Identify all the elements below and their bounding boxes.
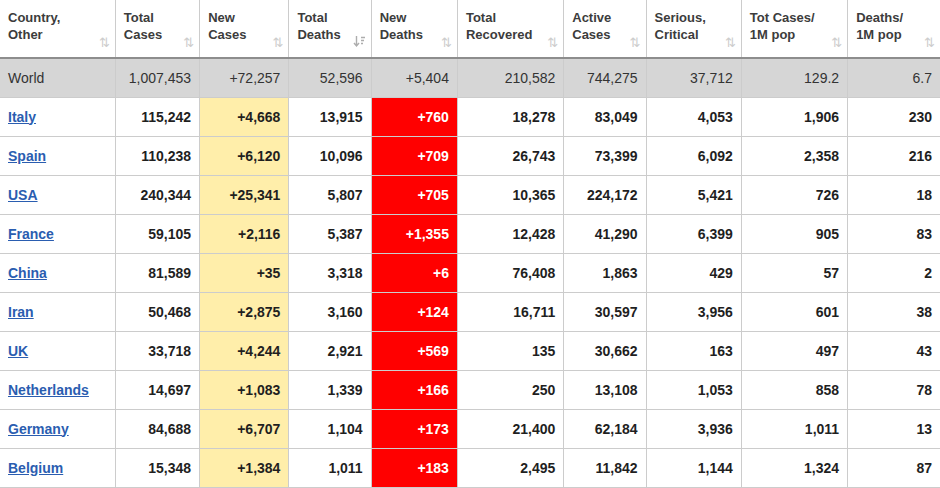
cell-new-deaths: +705 [371, 175, 457, 214]
cell-new-cases: +2,116 [200, 214, 289, 253]
cell-country: Netherlands [0, 370, 115, 409]
cell-serious-critical: 6,092 [646, 136, 741, 175]
cell-country: UK [0, 331, 115, 370]
table-body: World1,007,453+72,25752,596+5,404210,582… [0, 58, 940, 487]
header-label: New [208, 9, 282, 26]
cell-deaths-per-1m: 87 [848, 448, 940, 487]
column-header-cases-per-1m[interactable]: Tot Cases/1M pop⇅ [741, 0, 847, 58]
cell-total-cases: 50,468 [115, 292, 199, 331]
cell-active-cases: 41,290 [564, 214, 646, 253]
header-label: Tot Cases/ [750, 9, 841, 26]
cell-serious-critical: 429 [646, 253, 741, 292]
cell-cases-per-1m: 57 [741, 253, 847, 292]
cell-new-deaths: +569 [371, 331, 457, 370]
table-row: Netherlands14,697+1,0831,339+16625013,10… [0, 370, 940, 409]
cell-total-deaths: 52,596 [289, 58, 371, 97]
country-link[interactable]: France [8, 226, 54, 242]
column-header-serious-critical[interactable]: Serious,Critical⇅ [646, 0, 741, 58]
cell-active-cases: 224,172 [564, 175, 646, 214]
country-link[interactable]: Italy [8, 109, 36, 125]
column-header-new-cases[interactable]: NewCases⇅ [200, 0, 289, 58]
column-header-deaths-per-1m[interactable]: Deaths/1M pop⇅ [848, 0, 940, 58]
sort-icon: ⇅ [99, 37, 110, 49]
cell-cases-per-1m: 726 [741, 175, 847, 214]
header-label: Cases [208, 26, 282, 43]
cell-serious-critical: 3,936 [646, 409, 741, 448]
cell-total-cases: 33,718 [115, 331, 199, 370]
header-label: Deaths/ [856, 9, 934, 26]
cell-active-cases: 73,399 [564, 136, 646, 175]
sort-icon: ⇅ [924, 37, 935, 49]
cell-country: France [0, 214, 115, 253]
column-header-country[interactable]: Country,Other⇅ [0, 0, 115, 58]
column-header-total-recovered[interactable]: TotalRecovered⇅ [457, 0, 563, 58]
country-link[interactable]: UK [8, 343, 28, 359]
table-row: China81,589+353,318+676,4081,863429572 [0, 253, 940, 292]
country-link[interactable]: USA [8, 187, 38, 203]
cell-total-deaths: 1,011 [289, 448, 371, 487]
cell-total-recovered: 10,365 [457, 175, 563, 214]
cell-serious-critical: 6,399 [646, 214, 741, 253]
cell-cases-per-1m: 1,011 [741, 409, 847, 448]
table-header: Country,Other⇅TotalCases⇅NewCases⇅TotalD… [0, 0, 940, 58]
cell-total-recovered: 76,408 [457, 253, 563, 292]
cell-cases-per-1m: 1,906 [741, 97, 847, 136]
cell-total-recovered: 135 [457, 331, 563, 370]
cell-total-recovered: 16,711 [457, 292, 563, 331]
column-header-active-cases[interactable]: ActiveCases⇅ [564, 0, 646, 58]
cell-new-deaths: +183 [371, 448, 457, 487]
cell-total-deaths: 10,096 [289, 136, 371, 175]
header-label: New [380, 9, 451, 26]
country-link[interactable]: China [8, 265, 47, 281]
cell-serious-critical: 1,144 [646, 448, 741, 487]
cell-new-cases: +1,384 [200, 448, 289, 487]
cell-active-cases: 11,842 [564, 448, 646, 487]
cell-country: World [0, 58, 115, 97]
cell-deaths-per-1m: 18 [848, 175, 940, 214]
cell-deaths-per-1m: 83 [848, 214, 940, 253]
cell-total-cases: 84,688 [115, 409, 199, 448]
cell-total-deaths: 13,915 [289, 97, 371, 136]
cell-total-cases: 15,348 [115, 448, 199, 487]
header-label: Serious, [655, 9, 735, 26]
cell-total-deaths: 5,387 [289, 214, 371, 253]
world-row: World1,007,453+72,25752,596+5,404210,582… [0, 58, 940, 97]
sort-icon: ⇅ [725, 37, 736, 49]
country-link[interactable]: Germany [8, 421, 69, 437]
country-link[interactable]: Iran [8, 304, 34, 320]
cell-new-cases: +35 [200, 253, 289, 292]
covid-stats-table-page: Country,Other⇅TotalCases⇅NewCases⇅TotalD… [0, 0, 940, 488]
cell-total-cases: 110,238 [115, 136, 199, 175]
column-header-total-deaths[interactable]: TotalDeaths [289, 0, 371, 58]
table-row: Italy115,242+4,66813,915+76018,27883,049… [0, 97, 940, 136]
header-label: Total [466, 9, 557, 26]
cell-deaths-per-1m: 13 [848, 409, 940, 448]
cell-new-deaths: +6 [371, 253, 457, 292]
cell-total-deaths: 1,339 [289, 370, 371, 409]
cell-total-recovered: 26,743 [457, 136, 563, 175]
cell-total-recovered: 210,582 [457, 58, 563, 97]
cell-country: Italy [0, 97, 115, 136]
cell-cases-per-1m: 905 [741, 214, 847, 253]
cell-new-deaths: +760 [371, 97, 457, 136]
cell-total-recovered: 2,495 [457, 448, 563, 487]
table-row: France59,105+2,1165,387+1,35512,42841,29… [0, 214, 940, 253]
country-link[interactable]: Belgium [8, 460, 63, 476]
sort-icon: ⇅ [441, 37, 452, 49]
cell-country: Germany [0, 409, 115, 448]
cell-new-deaths: +5,404 [371, 58, 457, 97]
cell-deaths-per-1m: 2 [848, 253, 940, 292]
country-link[interactable]: Spain [8, 148, 46, 164]
country-link[interactable]: Netherlands [8, 382, 89, 398]
cell-total-deaths: 1,104 [289, 409, 371, 448]
column-header-new-deaths[interactable]: NewDeaths⇅ [371, 0, 457, 58]
cell-active-cases: 1,863 [564, 253, 646, 292]
column-header-total-cases[interactable]: TotalCases⇅ [115, 0, 199, 58]
cell-country: China [0, 253, 115, 292]
sort-icon: ⇅ [273, 37, 284, 49]
cell-active-cases: 13,108 [564, 370, 646, 409]
cell-country: Spain [0, 136, 115, 175]
sort-icon: ⇅ [547, 37, 558, 49]
coronavirus-countries-table: Country,Other⇅TotalCases⇅NewCases⇅TotalD… [0, 0, 940, 488]
cell-cases-per-1m: 497 [741, 331, 847, 370]
